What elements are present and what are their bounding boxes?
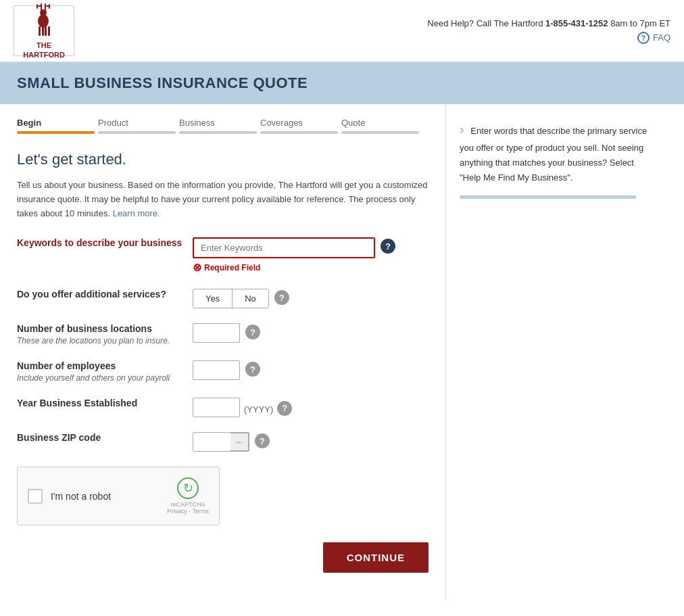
step-coverages-bar — [260, 131, 338, 134]
step-quote-label: Quote — [341, 118, 422, 131]
yes-no-toggle: Yes No — [193, 289, 269, 308]
employees-input[interactable] — [193, 360, 240, 380]
year-control-col: (YYYY) ? — [193, 398, 429, 417]
zip-control-col: ··· ? — [193, 432, 429, 452]
step-product-bar — [98, 131, 176, 134]
recaptcha-spinner: ↻ — [177, 477, 199, 499]
year-row: Year Business Established (YYYY) ? — [17, 398, 429, 417]
svg-rect-10 — [45, 26, 47, 36]
keywords-input[interactable] — [193, 237, 375, 258]
logo-text: THE HARTFORD — [23, 41, 65, 59]
faq-link[interactable]: ? FAQ — [427, 32, 670, 44]
faq-icon: ? — [637, 32, 650, 44]
additional-services-label: Do you offer additional services? — [17, 289, 193, 300]
recaptcha-text: reCAPTCHA — [171, 501, 205, 508]
zip-label-col: Business ZIP code — [17, 432, 193, 443]
locations-help-icon[interactable]: ? — [245, 325, 260, 339]
recaptcha-logo: ↻ reCAPTCHA Privacy - Terms — [167, 477, 209, 515]
employees-control-col: ? — [193, 360, 429, 380]
form-intro: Tell us about your business. Based on th… — [17, 179, 429, 220]
svg-rect-2 — [38, 5, 42, 7]
no-button[interactable]: No — [233, 289, 268, 308]
form-title: Let's get started. — [17, 151, 429, 168]
step-business-label: Business — [179, 118, 260, 131]
step-begin[interactable]: Begin — [17, 118, 98, 134]
svg-rect-4 — [36, 4, 38, 9]
page-header: SMALL BUSINESS INSURANCE QUOTE — [0, 62, 684, 104]
keywords-label-col: Keywords to describe your business — [17, 237, 193, 248]
step-coverages[interactable]: Coverages — [260, 118, 341, 134]
yes-button[interactable]: Yes — [193, 289, 233, 308]
employees-sublabel: Include yourself and others on your payr… — [17, 373, 193, 383]
year-hint: (YYYY) — [244, 404, 273, 414]
step-quote[interactable]: Quote — [341, 118, 422, 134]
captcha-checkbox[interactable] — [28, 489, 43, 504]
year-label: Year Business Established — [17, 398, 193, 408]
zip-label: Business ZIP code — [17, 432, 193, 443]
zip-row: Business ZIP code ··· ? — [17, 432, 429, 452]
employees-help-icon[interactable]: ? — [245, 362, 260, 377]
svg-rect-11 — [48, 26, 50, 36]
main-layout: Begin Product Business Coverages Quote L… — [0, 104, 684, 600]
svg-rect-5 — [49, 4, 50, 9]
logo-area: THE HARTFORD — [14, 5, 74, 56]
employees-row: Number of employees Include yourself and… — [17, 360, 429, 383]
locations-label: Number of business locations — [17, 323, 193, 334]
zip-dots-button[interactable]: ··· — [230, 433, 249, 451]
year-help-icon[interactable]: ? — [277, 401, 292, 416]
continue-btn-row: CONTINUE — [17, 542, 429, 573]
step-coverages-label: Coverages — [260, 118, 341, 131]
step-quote-bar — [341, 131, 419, 134]
top-bar: THE HARTFORD Need Help? Call The Hartfor… — [0, 0, 684, 62]
zip-help-icon[interactable]: ? — [255, 433, 270, 448]
captcha-box: I'm not a robot ↻ reCAPTCHA Privacy - Te… — [17, 467, 220, 525]
keyword-field-container: ⊗ Required Field — [193, 237, 375, 274]
continue-button[interactable]: CONTINUE — [323, 542, 429, 573]
sidebar-help-text: › Enter words that describe the primary … — [460, 118, 656, 185]
page-title: SMALL BUSINESS INSURANCE QUOTE — [17, 74, 667, 92]
svg-point-7 — [38, 14, 49, 28]
additional-services-label-col: Do you offer additional services? — [17, 289, 193, 300]
recaptcha-icon: ↻ — [183, 481, 193, 496]
additional-services-control-col: Yes No ? — [193, 289, 429, 308]
locations-sublabel: These are the locations you plan to insu… — [17, 336, 193, 346]
employees-label: Number of employees — [17, 360, 193, 371]
keywords-control-col: ⊗ Required Field ? — [193, 237, 429, 274]
help-area: Need Help? Call The Hartford 1-855-431-1… — [427, 18, 670, 44]
locations-input[interactable] — [193, 323, 240, 343]
svg-rect-8 — [39, 26, 41, 36]
help-phone: Need Help? Call The Hartford 1-855-431-1… — [427, 18, 670, 28]
locations-row: Number of business locations These are t… — [17, 323, 429, 346]
step-begin-label: Begin — [17, 118, 98, 131]
logo-box: THE HARTFORD — [14, 5, 74, 56]
right-sidebar: › Enter words that describe the primary … — [446, 104, 669, 600]
sidebar-arrow-icon: › — [460, 122, 464, 137]
step-product[interactable]: Product — [98, 118, 179, 134]
left-content: Begin Product Business Coverages Quote L… — [0, 104, 446, 600]
locations-label-col: Number of business locations These are t… — [17, 323, 193, 346]
keywords-row: Keywords to describe your business ⊗ Req… — [17, 237, 429, 274]
locations-control-col: ? — [193, 323, 429, 343]
captcha-links: Privacy - Terms — [167, 508, 209, 515]
year-input[interactable] — [193, 398, 240, 417]
keywords-label: Keywords to describe your business — [17, 237, 193, 248]
svg-rect-9 — [42, 26, 44, 36]
required-icon: ⊗ — [193, 261, 201, 274]
zip-input[interactable] — [193, 433, 230, 451]
zip-field-group: ··· — [193, 432, 249, 452]
employees-label-col: Number of employees Include yourself and… — [17, 360, 193, 383]
keywords-help-icon[interactable]: ? — [381, 239, 395, 254]
step-product-label: Product — [98, 118, 179, 131]
required-field-msg: ⊗ Required Field — [193, 261, 375, 274]
steps-nav: Begin Product Business Coverages Quote — [17, 118, 429, 134]
year-label-col: Year Business Established — [17, 398, 193, 408]
hartford-logo-icon — [27, 2, 61, 39]
captcha-label: I'm not a robot — [51, 491, 167, 502]
additional-services-row: Do you offer additional services? Yes No… — [17, 289, 429, 308]
step-begin-bar — [17, 131, 95, 134]
step-business[interactable]: Business — [179, 118, 260, 134]
step-business-bar — [179, 131, 257, 134]
additional-services-help-icon[interactable]: ? — [274, 290, 289, 305]
sidebar-divider — [460, 195, 636, 199]
learn-more-link[interactable]: Learn more. — [113, 208, 160, 218]
